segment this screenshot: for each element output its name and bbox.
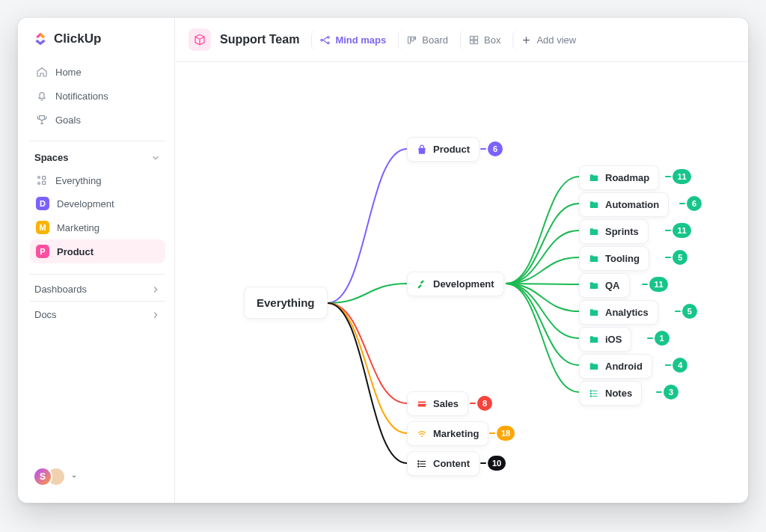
bell-icon bbox=[36, 90, 48, 102]
svg-rect-11 bbox=[474, 36, 477, 39]
space-cube-icon bbox=[189, 28, 211, 51]
badge-analytics: 5 bbox=[682, 304, 697, 319]
svg-point-22 bbox=[418, 465, 419, 466]
leaf-tooling[interactable]: Tooling bbox=[579, 246, 649, 271]
view-add[interactable]: Add view bbox=[512, 30, 583, 50]
space-letter: P bbox=[36, 245, 49, 258]
view-label: Board bbox=[422, 34, 448, 46]
svg-point-1 bbox=[38, 183, 40, 185]
svg-rect-2 bbox=[43, 177, 46, 180]
nav-label: Home bbox=[55, 67, 82, 78]
leaf-ios[interactable]: iOS bbox=[579, 327, 631, 352]
leaf-label: QA bbox=[605, 280, 620, 291]
sidebar-nav: Home Notifications Goals bbox=[30, 61, 165, 130]
board-icon bbox=[406, 34, 417, 46]
svg-point-5 bbox=[328, 36, 330, 38]
brand[interactable]: ClickUp bbox=[30, 31, 165, 46]
chevron-down-icon bbox=[150, 153, 161, 163]
chevron-right-icon bbox=[150, 284, 161, 295]
avatar-self[interactable]: S bbox=[33, 467, 52, 486]
spaces-label: Spaces bbox=[34, 152, 69, 163]
branch-product[interactable]: Product bbox=[407, 137, 479, 162]
branch-label: Marketing bbox=[433, 428, 479, 439]
chevron-right-icon bbox=[150, 310, 161, 320]
mindmap-root[interactable]: Everything bbox=[244, 287, 328, 319]
leaf-sprints[interactable]: Sprints bbox=[579, 219, 649, 244]
svg-rect-18 bbox=[418, 403, 426, 404]
mindmap-canvas[interactable]: EverythingProduct6DevelopmentRoadmap11Au… bbox=[175, 62, 748, 503]
branch-label: Content bbox=[433, 458, 470, 469]
badge-notes: 3 bbox=[664, 385, 678, 400]
sidebar-docs-group[interactable]: Docs bbox=[30, 301, 165, 326]
toolbar: Support Team Mind maps Board Box Add vie… bbox=[175, 18, 748, 62]
sidebar-spaces-section: Spaces Everything D Development M Market… bbox=[30, 141, 165, 263]
group-label: Dashboards bbox=[34, 284, 87, 295]
sidebar-space-development[interactable]: D Development bbox=[30, 192, 165, 215]
page-title: Support Team bbox=[220, 33, 299, 46]
leaf-roadmap[interactable]: Roadmap bbox=[579, 165, 659, 190]
branch-label: Sales bbox=[433, 398, 459, 409]
badge-sales: 8 bbox=[477, 396, 492, 411]
view-label: Add view bbox=[536, 34, 576, 46]
svg-point-21 bbox=[418, 463, 419, 464]
branch-label: Development bbox=[433, 278, 494, 290]
leaf-label: Sprints bbox=[605, 226, 639, 237]
sidebar-everything[interactable]: Everything bbox=[30, 169, 165, 192]
branch-label: Product bbox=[433, 144, 470, 155]
branch-sales[interactable]: Sales bbox=[407, 391, 468, 416]
view-mindmaps[interactable]: Mind maps bbox=[311, 30, 393, 50]
spaces-header[interactable]: Spaces bbox=[30, 150, 165, 169]
home-icon bbox=[36, 66, 48, 78]
svg-point-4 bbox=[321, 39, 323, 41]
plus-icon bbox=[521, 34, 532, 46]
svg-rect-8 bbox=[411, 37, 414, 41]
space-letter: D bbox=[36, 197, 49, 210]
svg-point-0 bbox=[38, 177, 40, 179]
view-box[interactable]: Box bbox=[460, 30, 508, 50]
leaf-notes[interactable]: Notes bbox=[579, 381, 642, 406]
sidebar-footer[interactable]: S bbox=[30, 461, 165, 492]
everything-label: Everything bbox=[55, 175, 101, 186]
badge-ios: 1 bbox=[655, 331, 670, 346]
grid-icon bbox=[36, 174, 48, 186]
main: Support Team Mind maps Board Box Add vie… bbox=[175, 18, 748, 503]
leaf-label: Tooling bbox=[605, 253, 640, 264]
leaf-label: iOS bbox=[605, 334, 622, 345]
badge-android: 4 bbox=[672, 358, 687, 373]
svg-rect-10 bbox=[470, 36, 473, 39]
branch-content[interactable]: Content bbox=[407, 451, 479, 476]
nav-goals[interactable]: Goals bbox=[30, 109, 165, 130]
view-board[interactable]: Board bbox=[398, 30, 456, 50]
leaf-label: Roadmap bbox=[605, 172, 649, 183]
svg-point-6 bbox=[328, 42, 330, 44]
view-label: Mind maps bbox=[335, 34, 386, 46]
sidebar: ClickUp Home Notifications Goals Spaces bbox=[18, 18, 175, 503]
badge-qa: 11 bbox=[649, 277, 667, 292]
space-label: Marketing bbox=[57, 222, 99, 233]
leaf-qa[interactable]: QA bbox=[579, 273, 630, 298]
sidebar-space-marketing[interactable]: M Marketing bbox=[30, 215, 165, 239]
branch-development[interactable]: Development bbox=[407, 272, 504, 296]
brand-label: ClickUp bbox=[54, 31, 101, 46]
leaf-automation[interactable]: Automation bbox=[579, 192, 669, 217]
nav-label: Notifications bbox=[55, 91, 108, 102]
badge-content: 10 bbox=[488, 456, 506, 471]
branch-marketing[interactable]: Marketing bbox=[407, 421, 488, 446]
svg-point-20 bbox=[418, 460, 419, 461]
leaf-label: Android bbox=[605, 361, 643, 372]
trophy-icon bbox=[36, 114, 48, 126]
view-label: Box bbox=[484, 34, 500, 46]
leaf-android[interactable]: Android bbox=[579, 354, 652, 379]
sidebar-space-product[interactable]: P Product bbox=[30, 239, 165, 263]
leaf-analytics[interactable]: Analytics bbox=[579, 300, 658, 325]
space-label: Product bbox=[57, 246, 94, 257]
svg-rect-13 bbox=[474, 40, 477, 43]
nav-label: Goals bbox=[55, 114, 81, 126]
svg-point-14 bbox=[590, 390, 592, 391]
nav-home[interactable]: Home bbox=[30, 61, 165, 82]
sidebar-dashboards-group[interactable]: Dashboards bbox=[30, 274, 165, 301]
nav-notifications[interactable]: Notifications bbox=[30, 85, 165, 106]
svg-rect-9 bbox=[415, 37, 416, 40]
svg-rect-3 bbox=[43, 181, 46, 184]
badge-marketing: 18 bbox=[497, 426, 515, 441]
